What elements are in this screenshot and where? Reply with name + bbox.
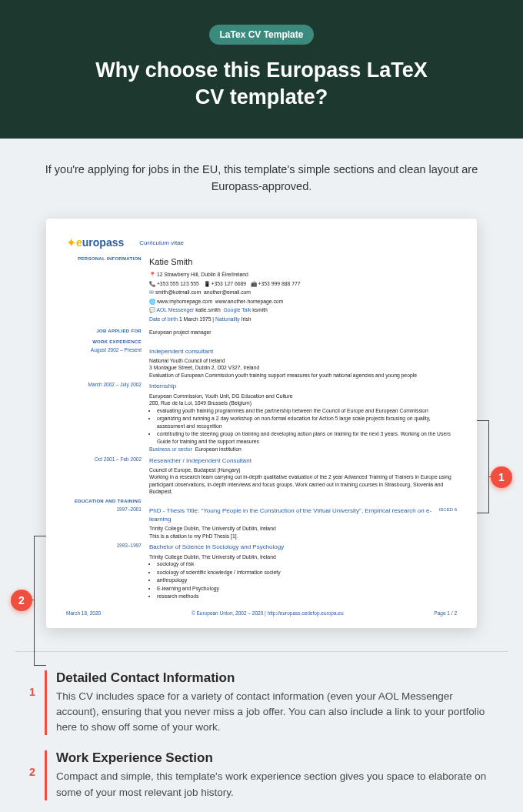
footer-copy: © European Union, 2002 – 2020 | http://e…	[192, 610, 344, 616]
edu1-dates: 1997–2001	[66, 506, 149, 540]
star-icon: ✦	[66, 236, 76, 250]
phone-icon: 📱	[204, 281, 210, 286]
im1: katie.smith	[195, 307, 220, 312]
section-job-applied: JOB APPLIED FOR	[66, 329, 149, 336]
exp2-title: Internship	[149, 382, 457, 390]
exp3-title: Researcher / Independent Consultant	[149, 456, 457, 465]
section-edu: EDUCATION AND TRAINING	[66, 499, 149, 503]
feature-bar	[45, 670, 47, 736]
exp2-b3: contributing to the steering group on tr…	[157, 430, 457, 445]
sector-label: Business or sector	[149, 446, 192, 452]
web1: www.myhomepage.com	[157, 299, 212, 304]
cv-preview: ✦ europass Curriculum vitae PERSONAL INF…	[46, 219, 477, 628]
web2: www.another-homepage.com	[215, 299, 283, 304]
page-title: Why choose this Europass LaTeX CV templa…	[15, 57, 508, 111]
cv-address: 12 Strawberry Hill, Dublin 8 Éire/Irelan…	[157, 272, 248, 277]
feature-number: 2	[25, 750, 40, 800]
exp2-dates: March 2002 – July 2002	[66, 382, 149, 453]
dob-label: Date of birth	[149, 316, 178, 322]
exp1-desc: Evaluation of European Commission youth …	[149, 372, 457, 379]
exp2-org: European Commission, Youth Unit, DG Educ…	[149, 393, 457, 400]
logo-prefix: e	[76, 236, 82, 249]
job-title: European project manager	[149, 329, 457, 336]
phone-icon: 📞	[149, 281, 155, 286]
phone2: +353 127 6689	[211, 281, 246, 286]
im-label1: AOL Messenger	[157, 307, 195, 312]
pin-icon: 📍	[149, 272, 155, 277]
connector-line	[34, 665, 46, 666]
title-line-1: Why choose this Europass LaTeX	[95, 58, 428, 82]
footer-page: Page 1 / 2	[434, 610, 457, 616]
phone3: +353 999 888 777	[258, 281, 301, 286]
edu1-org: Trinity College Dublin, The University o…	[149, 525, 457, 533]
feature-bar	[45, 750, 47, 800]
doc-label: Curriculum vitae	[139, 239, 184, 246]
edu1-title: ISCED 6PhD - Thesis Title: "Young People…	[149, 506, 457, 523]
feature-item: 1 Detailed Contact Information This CV i…	[25, 670, 498, 736]
im-label2: Google Talk	[224, 307, 252, 312]
europass-logo: ✦ europass	[66, 236, 124, 250]
feature-title: Detailed Contact Information	[56, 670, 498, 686]
sector: European institution	[195, 446, 242, 452]
exp1-title: Independent consultant	[149, 347, 457, 356]
exp2-b1: evaluating youth training programmes and…	[157, 407, 457, 415]
feature-text: This CV includes space for a variety of …	[56, 689, 498, 736]
web-icon: 🌐	[149, 299, 155, 304]
intro-text: If you're applying for jobs in the EU, t…	[0, 139, 523, 211]
nat-label: Nationality	[215, 316, 240, 322]
email2: another@email.com	[204, 289, 251, 295]
feature-list: 1 Detailed Contact Information This CV i…	[0, 652, 523, 812]
edu2-b1: sociology of risk	[157, 560, 457, 568]
dob: 1 March 1975	[179, 316, 212, 322]
exp3-dates: Oct 2001 – Feb 2002	[66, 456, 149, 496]
connector-line	[34, 536, 35, 665]
email1: smith@kotmail.com	[155, 289, 201, 295]
feature-text: Compact and simple, this template's work…	[56, 769, 498, 800]
edu2-dates: 1993–1997	[66, 543, 149, 600]
exp3-org: Council of Europe, Budapest (Hungary)	[149, 466, 457, 474]
edu1-note: This is a citation to my PhD Thesis [1].	[149, 533, 457, 540]
email-icon: ✉	[149, 289, 154, 295]
edu2-b2: sociology of scientific knowledge / info…	[157, 569, 457, 576]
callout-badge-1: 1	[491, 466, 512, 488]
im2: ksmith	[252, 307, 268, 312]
logo-rest: uropass	[82, 236, 124, 249]
section-personal-info: PERSONAL INFORMATION	[66, 256, 149, 324]
exp3-desc: Working in a research team carrying out …	[149, 473, 457, 496]
isced-level: ISCED 6	[439, 506, 457, 513]
exp2-b2: organizing and running a 2 day workshop …	[157, 415, 457, 429]
title-line-2: CV template?	[195, 85, 328, 109]
connector-line	[477, 513, 489, 513]
im-icon: 💬	[149, 307, 155, 312]
header: LaTex CV Template Why choose this Europa…	[0, 0, 523, 139]
edu2-b5: research methods	[157, 593, 457, 600]
section-work-exp: WORK EXPERIENCE	[66, 339, 149, 344]
fax-icon: 📠	[251, 281, 257, 286]
callout-badge-2: 2	[11, 590, 32, 611]
edu2-org: Trinity College Dublin, The University o…	[149, 553, 457, 561]
category-badge: LaTex CV Template	[209, 25, 315, 45]
feature-number: 1	[25, 670, 40, 736]
feature-item: 2 Work Experience Section Compact and si…	[25, 750, 498, 800]
nat: Irish	[242, 316, 252, 322]
exp1-dates: August 2002 – Present	[66, 347, 149, 379]
footer-date: March 18, 2020	[66, 610, 101, 616]
exp1-addr: 3 Montague Street, Dublin 2, D02 V327, I…	[149, 364, 457, 372]
connector-line	[34, 536, 46, 536]
phone1: +353 555 123 555	[157, 281, 199, 286]
edu2-b4: E-learning and Psychology	[157, 585, 457, 593]
edu2-b3: anthropology	[157, 576, 457, 584]
feature-title: Work Experience Section	[56, 750, 498, 766]
connector-line	[477, 420, 489, 421]
edu2-title: Bachelor of Science in Sociology and Psy…	[149, 543, 457, 551]
preview-area: ✦ europass Curriculum vitae PERSONAL INF…	[0, 211, 523, 651]
cv-name: Katie Smith	[149, 256, 457, 268]
connector-line	[488, 420, 489, 513]
exp2-addr: 200, Rue de la Loi, 1049 Brussels (Belgi…	[149, 399, 457, 407]
exp1-org: National Youth Council of Ireland	[149, 357, 457, 365]
